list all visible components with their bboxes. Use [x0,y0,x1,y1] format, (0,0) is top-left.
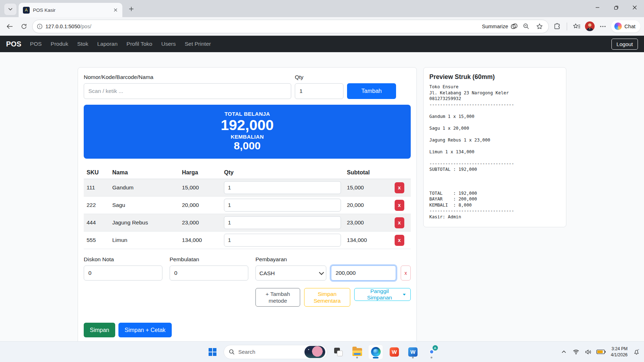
header-subtotal: Subtotal [344,167,391,179]
receipt-preview-card: Preview Struk (60mm) Toko Ensure Jl. Kel… [423,67,566,227]
header-nama: Nama [109,167,179,179]
bayar-input[interactable] [331,266,396,281]
nav-link-pos[interactable]: POS [30,41,42,47]
tab-pos-kasir[interactable]: POS Kasir [19,3,122,17]
nav-link-profil-toko[interactable]: Profil Toko [127,41,152,47]
panggil-simpanan-dropdown[interactable]: Panggil Simpanan [354,288,411,301]
nav-link-users[interactable]: Users [161,41,176,47]
profile-avatar[interactable] [585,21,595,31]
taskbar-search[interactable]: Search [224,345,327,359]
windows-logo-icon [209,348,216,356]
total-belanja-label: TOTAL BELANJA [84,111,411,117]
kembalian-label: KEMBALIAN [84,134,411,140]
copilot-chat-button[interactable]: Chat [611,20,640,33]
site-info-icon[interactable] [37,24,43,29]
payment-method-select[interactable]: CASH [255,266,326,281]
simpan-cetak-button[interactable]: Simpan + Cetak [118,323,171,337]
nav-link-laporan[interactable]: Laporan [97,41,118,47]
row-qty-input[interactable] [224,216,341,229]
address-bar[interactable]: 127.0.0.1:5050/pos/ Summarize [32,20,549,33]
simpan-button[interactable]: Simpan [84,323,115,337]
cell-harga: 15,000 [179,179,221,197]
clock-time: 3:24 PM [611,346,628,352]
tab-search-button[interactable] [4,4,16,15]
pembayaran-label: Pembayaran [255,256,411,263]
close-button[interactable] [625,0,644,15]
simpan-sementara-button[interactable]: Simpan Sementara [304,288,350,307]
nav-link-stok[interactable]: Stok [77,41,88,47]
nav-links: POS Produk Stok Laporan Profil Toko User… [30,41,603,47]
notification-bell-icon[interactable]: zz [631,345,642,359]
file-explorer-button[interactable] [350,344,365,359]
favorite-star-icon[interactable] [534,21,545,32]
favorites-bar-icon[interactable] [571,20,583,33]
cell-sku: 222 [84,197,109,214]
cell-sku: 555 [84,232,109,249]
nav-link-set-printer[interactable]: Set Printer [185,41,211,47]
app-brand[interactable]: POS [6,40,21,48]
receipt-preview-title: Preview Struk (60mm) [429,73,560,81]
cell-nama: Sagu [109,197,179,214]
row-qty-input[interactable] [224,234,341,247]
refresh-button[interactable] [18,20,30,33]
edge-icon [371,347,381,357]
tambah-metode-button[interactable]: + Tambah metode [255,288,300,307]
wifi-icon[interactable] [571,345,581,359]
receipt-text: Toko Ensure Jl. Kelabang 23 Narogong Kel… [429,84,560,220]
cart-row-limun: 555 Limun 134,000 134,000 x [84,232,411,249]
cell-nama: Limun [109,232,179,249]
logout-button[interactable]: Logout [611,39,638,50]
scan-input[interactable] [84,83,291,99]
word-button[interactable]: W [405,344,420,359]
extensions-icon[interactable] [551,20,563,33]
windows-taskbar: Search W W A [0,341,644,362]
search-placeholder: Search [238,349,301,355]
restore-button[interactable] [607,0,625,15]
taskbar-clock[interactable]: 3:24 PM 4/1/2026 [609,346,630,357]
row-qty-input[interactable] [224,181,341,194]
wps-button[interactable]: W [387,344,402,359]
back-button[interactable] [4,20,16,33]
delete-row-button[interactable]: x [395,182,404,193]
tambah-button[interactable]: Tambah [347,83,396,99]
caret-down-icon [403,294,406,296]
diskon-label: Diskon Nota [84,256,162,263]
page-content: Nomor/Kode/Barcode/Nama Qty Tambah TOTAL… [0,52,644,341]
pos-card: Nomor/Kode/Barcode/Nama Qty Tambah TOTAL… [78,67,417,341]
qty-input[interactable] [295,83,343,99]
summarize-button[interactable]: Summarize [482,23,518,30]
nav-link-produk[interactable]: Produk [51,41,68,47]
settings-ellipsis-icon[interactable] [597,20,609,33]
chrome-button[interactable]: A [424,344,439,359]
pembulatan-label: Pembulatan [170,256,248,263]
cell-subtotal: 15,000 [344,179,391,197]
pembulatan-input[interactable] [170,266,248,281]
cart-table: SKU Nama Harga Qty Subtotal 111 Gandum [84,167,411,249]
browser-window: POS Kasir 127.0.0.1:5050/pos/ Summarize [0,0,644,362]
cell-sku: 444 [84,214,109,232]
diskon-input[interactable] [84,266,162,281]
tab-close-icon[interactable] [112,7,119,13]
new-tab-button[interactable] [126,4,137,14]
row-qty-input[interactable] [224,199,341,212]
total-belanja-value: 192,000 [84,117,411,134]
battery-icon[interactable] [595,345,607,359]
search-highlight-art [304,346,325,358]
delete-row-button[interactable]: x [395,217,404,228]
clock-date: 4/1/2026 [611,352,628,358]
zoom-out-icon[interactable] [521,21,531,32]
task-view-button[interactable] [331,344,346,359]
edge-button[interactable] [368,344,383,359]
toolbar-divider [567,23,567,30]
file-explorer-icon [352,348,362,356]
minimize-button[interactable] [588,0,607,15]
app-navbar: POS POS Produk Stok Laporan Profil Toko … [0,36,644,52]
window-controls [588,0,644,15]
cart-row-sagu: 222 Sagu 20,000 20,000 x [84,197,411,214]
remove-payment-button[interactable]: x [401,266,411,281]
start-button[interactable] [205,344,220,359]
delete-row-button[interactable]: x [395,235,404,246]
volume-icon[interactable] [583,345,594,359]
tray-chevron-up-icon[interactable] [558,345,569,359]
delete-row-button[interactable]: x [395,200,404,211]
